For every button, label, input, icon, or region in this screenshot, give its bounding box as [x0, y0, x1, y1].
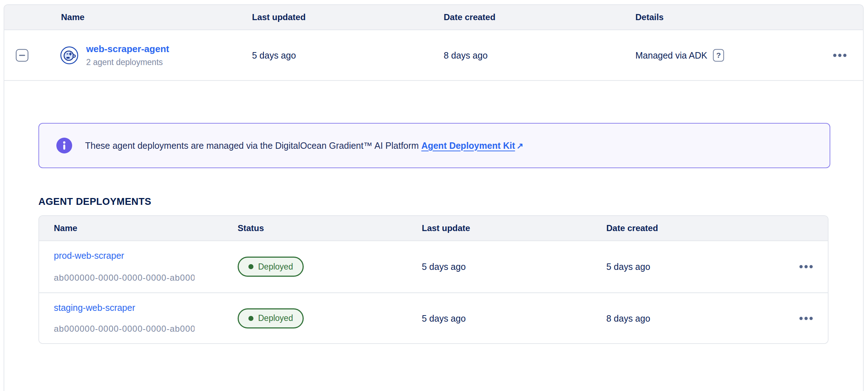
info-banner: These agent deployments are managed via … [38, 123, 830, 168]
status-badge: Deployed [238, 257, 304, 277]
agent-date-created: 8 days ago [444, 50, 487, 60]
collapse-row-button[interactable] [16, 49, 28, 61]
agent-details-text: Managed via ADK [635, 50, 707, 60]
status-dot-icon [248, 316, 253, 321]
deployment-id: ab000000-0000-0000-0000-ab0000000000 [54, 324, 195, 334]
agent-subtitle: 2 agent deployments [86, 58, 169, 67]
adk-link[interactable]: Agent Deployment Kit↗ [421, 141, 523, 151]
agents-table: Name Last updated Date created Details w… [4, 4, 864, 391]
ellipsis-icon [833, 54, 836, 57]
agent-avatar-icon [60, 46, 79, 65]
minus-icon [19, 55, 25, 56]
column-header-last-updated: Last updated [252, 12, 305, 22]
dep-column-status: Status [238, 223, 264, 233]
deployment-date-created: 5 days ago [606, 262, 650, 272]
deployments-table-header: Name Status Last update Date created [39, 216, 828, 241]
deployment-actions-button[interactable] [799, 317, 813, 320]
deployment-name-link[interactable]: prod-web-scraper [54, 250, 124, 261]
column-header-details: Details [635, 12, 664, 22]
agent-actions-button[interactable] [833, 54, 846, 57]
expanded-panel: These agent deployments are managed via … [4, 123, 863, 391]
deployment-actions-button[interactable] [799, 265, 813, 268]
dep-column-name: Name [54, 223, 77, 233]
info-icon [56, 138, 72, 153]
section-title: AGENT DEPLOYMENTS [38, 196, 863, 207]
status-dot-icon [248, 264, 253, 269]
dep-column-last-update: Last update [422, 223, 470, 233]
banner-text: These agent deployments are managed via … [85, 141, 523, 151]
ellipsis-icon [799, 265, 803, 268]
column-header-name: Name [61, 12, 84, 22]
agent-details-cell: Managed via ADK ? [635, 49, 724, 61]
agents-table-header: Name Last updated Date created Details [4, 5, 863, 30]
ellipsis-icon [799, 317, 803, 320]
status-badge: Deployed [238, 308, 304, 328]
deployment-last-update: 5 days ago [422, 313, 466, 323]
deployment-date-created: 8 days ago [606, 313, 650, 323]
agent-name-cell: web-scraper-agent 2 agent deployments [86, 43, 169, 67]
deployment-row: staging-web-scraper ab000000-0000-0000-0… [39, 292, 828, 343]
column-header-date-created: Date created [444, 12, 495, 22]
agent-row: web-scraper-agent 2 agent deployments 5 … [4, 30, 863, 81]
deployment-last-update: 5 days ago [422, 262, 466, 272]
dep-column-date-created: Date created [606, 223, 658, 233]
agent-name-link[interactable]: web-scraper-agent [86, 43, 169, 55]
agent-last-updated: 5 days ago [252, 50, 296, 60]
help-icon[interactable]: ? [713, 49, 724, 61]
deployment-name-link[interactable]: staging-web-scraper [54, 303, 135, 313]
deployment-id: ab000000-0000-0000-0000-ab0000000000 [54, 273, 195, 283]
deployment-row: prod-web-scraper ab000000-0000-0000-0000… [39, 241, 828, 292]
external-link-arrow-icon: ↗ [517, 141, 523, 151]
deployments-table: Name Status Last update Date created pro… [38, 215, 829, 344]
